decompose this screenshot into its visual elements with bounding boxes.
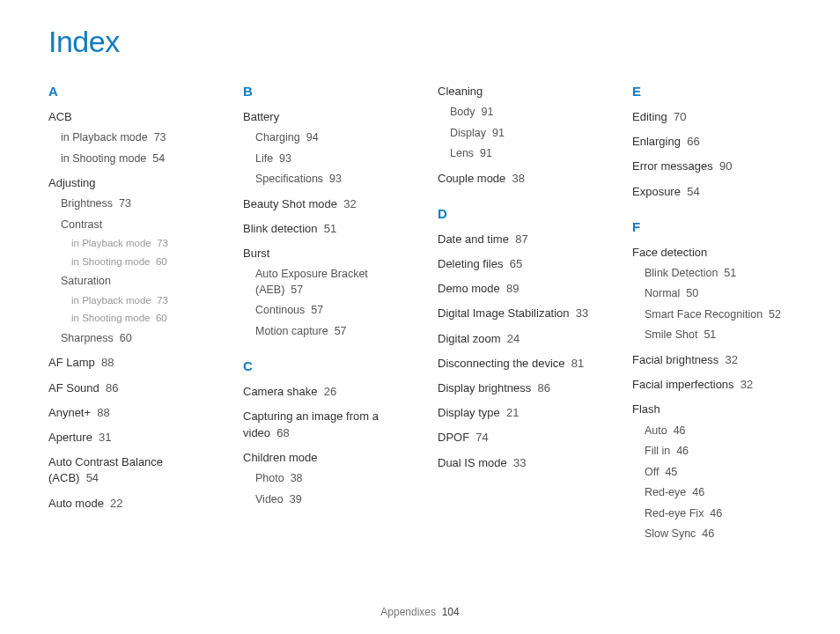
index-sub-term: Fill in: [645, 445, 670, 457]
index-sub-entry: Specifications 93: [255, 172, 402, 188]
index-sub-term: Auto: [645, 424, 667, 437]
index-sub-entry: Body 91: [450, 105, 597, 121]
letter-heading: D: [438, 206, 597, 221]
letter-heading: B: [243, 84, 402, 99]
index-sub-term: Red-eye: [645, 486, 686, 498]
index-term: Couple mode: [438, 172, 505, 185]
index-page: 32: [343, 197, 356, 210]
index-page: 90: [719, 159, 732, 173]
index-entry: Children modePhoto 38Video 39: [243, 450, 402, 507]
sub-sub-list: in Playback mode 73in Shooting mode 60: [61, 294, 208, 326]
letter-heading: A: [48, 84, 208, 99]
index-sub-page: 38: [291, 472, 303, 484]
index-entry: DPOF 74: [438, 430, 597, 446]
index-sub-sub-page: 60: [156, 256, 167, 267]
index-sub-entry: Contrastin Playback mode 73in Shooting m…: [61, 217, 208, 269]
index-entry: Display type 21: [438, 405, 597, 421]
index-entry: CleaningBody 91Display 91Lens 91: [438, 84, 597, 162]
index-term: Editing: [632, 110, 667, 123]
index-sub-entry: Brightness 73: [61, 196, 208, 212]
index-sub-page: 94: [306, 131, 319, 144]
index-page: 22: [110, 497, 122, 510]
index-sub-entry: in Shooting mode 54: [61, 151, 208, 167]
sub-list: Blink Detection 51Normal 50Smart Face Re…: [632, 266, 792, 343]
index-entry: AF Lamp 88: [48, 355, 208, 371]
index-entry: Enlarging 66: [632, 134, 792, 150]
index-sub-entry: Red-eye Fix 46: [645, 506, 792, 522]
index-entry: Exposure 54: [632, 184, 792, 200]
index-sub-term: in Shooting mode: [61, 152, 146, 165]
index-sub-entry: Video 39: [255, 492, 402, 508]
index-sub-entry: Auto Exposure Bracket (AEB) 57: [255, 267, 402, 298]
index-sub-sub-term: in Playback mode: [71, 295, 151, 306]
index-entry: Deleting files 65: [438, 256, 597, 272]
index-sub-term: Normal: [645, 287, 680, 299]
index-page: 65: [510, 257, 522, 270]
index-page: 70: [674, 110, 686, 123]
index-term: Enlarging: [632, 135, 681, 148]
index-entry: Facial brightness 32: [632, 352, 792, 368]
index-sub-page: 54: [152, 152, 165, 165]
index-sub-page: 91: [492, 127, 505, 139]
index-sub-term: Body: [450, 106, 475, 118]
letter-heading: E: [632, 84, 792, 99]
index-entry: Beauty Shot mode 32: [243, 196, 402, 212]
index-sub-entry: Slow Sync 46: [645, 527, 792, 542]
footer: Appendixes 104: [0, 606, 840, 618]
index-sub-term: Motion capture: [255, 325, 328, 337]
index-page: 86: [106, 381, 118, 394]
index-entry: Disconnecting the device 81: [438, 356, 597, 372]
index-entry: Demo mode 89: [438, 281, 597, 297]
index-sub-page: 50: [686, 287, 698, 299]
index-page: 54: [86, 471, 99, 484]
index-page: 87: [515, 232, 527, 246]
index-entry: Auto mode 22: [48, 496, 208, 512]
index-term: Cleaning: [438, 85, 483, 98]
index-page: 88: [101, 356, 114, 369]
index-term: Error messages: [632, 159, 713, 173]
index-page: 31: [99, 431, 111, 444]
index-sub-page: 45: [665, 466, 677, 478]
index-entry: AF Sound 86: [48, 380, 208, 396]
footer-page-number: 104: [442, 606, 460, 618]
index-page: 89: [506, 282, 519, 295]
page-title: Index: [48, 25, 792, 59]
index-term: Dual IS mode: [438, 456, 507, 469]
index-sub-entry: Lens 91: [450, 146, 597, 162]
index-sub-entry: Smart Face Recognition 52: [645, 307, 792, 323]
index-sub-sub-page: 73: [157, 238, 168, 248]
sub-list: Brightness 73Contrastin Playback mode 73…: [48, 196, 208, 346]
index-sub-term: Saturation: [61, 275, 111, 287]
index-sub-page: 46: [692, 486, 704, 498]
index-term: Digital Image Stabilization: [438, 306, 570, 320]
index-sub-page: 93: [329, 173, 342, 185]
index-term: Facial brightness: [632, 353, 718, 366]
index-columns: AACBin Playback mode 73in Shooting mode …: [48, 84, 792, 551]
index-sub-term: Blink Detection: [645, 267, 718, 279]
index-page: 38: [512, 172, 525, 185]
index-page: 68: [276, 426, 289, 439]
index-term: Camera shake: [243, 385, 318, 398]
index-sub-term: Lens: [450, 147, 474, 159]
index-entry: BatteryCharging 94Life 93Specifications …: [243, 109, 402, 188]
index-sub-page: 91: [480, 147, 492, 159]
index-entry: ACBin Playback mode 73in Shooting mode 5…: [48, 109, 208, 166]
index-term: Burst: [243, 247, 269, 260]
index-entry: Dual IS mode 33: [438, 455, 597, 471]
index-term: Exposure: [632, 185, 681, 198]
index-sub-page: 60: [120, 332, 132, 344]
index-term: Aperture: [48, 431, 92, 444]
index-sub-page: 93: [279, 152, 291, 165]
index-term: Anynet+: [48, 406, 91, 419]
index-sub-entry: Photo 38: [255, 471, 402, 487]
index-page: 51: [324, 222, 336, 235]
index-sub-term: Specifications: [255, 173, 323, 185]
index-entry: Digital zoom 24: [438, 331, 597, 347]
index-sub-term: Photo: [255, 472, 284, 484]
index-sub-term: Smile Shot: [645, 328, 697, 341]
index-term: Deleting files: [438, 257, 503, 270]
index-page: 33: [576, 306, 588, 320]
index-page: 33: [513, 456, 526, 469]
index-sub-term: Auto Exposure Bracket (AEB): [255, 268, 368, 296]
index-page: 66: [687, 135, 699, 148]
